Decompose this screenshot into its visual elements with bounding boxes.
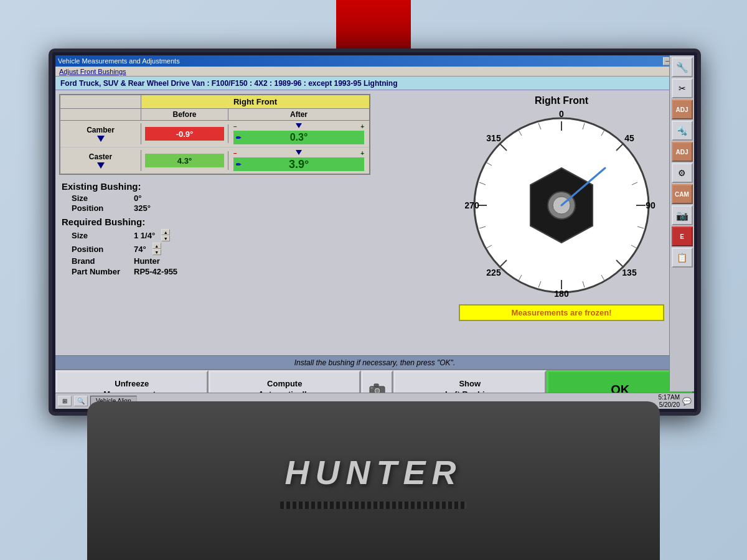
caster-row: Caster 4.3° − <box>60 147 369 174</box>
svg-text:135: 135 <box>622 268 637 278</box>
toolbar-btn-5[interactable]: ADJ <box>672 142 693 162</box>
toolbar-btn-10[interactable]: 📋 <box>672 248 693 268</box>
caster-minus-label: − <box>233 150 237 157</box>
start-button[interactable]: ⊞ <box>58 396 72 406</box>
caster-edit-icon: ✏ <box>236 161 241 168</box>
existing-size-row: Size 0° <box>62 194 423 203</box>
toolbar-btn-3[interactable]: ADJ <box>672 100 693 119</box>
dial-title: Right Front <box>535 95 588 106</box>
camber-label-cell: Camber <box>60 123 141 144</box>
required-size-key: Size <box>72 231 134 240</box>
toolbar-btn-8[interactable]: 📷 <box>672 205 693 225</box>
vehicle-info-bar: Ford Truck, SUV & Rear Wheel Drive Van :… <box>55 77 694 90</box>
taskbar-time-area: 5:17AM 5/20/20 <box>659 394 680 409</box>
toolbar-btn-4[interactable]: 🔩 <box>672 121 693 141</box>
svg-text:0: 0 <box>559 109 564 119</box>
camber-after-cell: − + ✏ 0.3° <box>228 121 369 147</box>
required-brand-val: Hunter <box>134 256 160 266</box>
before-col-label: Before <box>141 109 228 120</box>
camber-before-cell: -0.9° <box>141 124 228 143</box>
monitor-body: Vehicle Measurements and Adjustments ─ □… <box>49 49 701 416</box>
dial-svg: 0 45 90 135 180 225 270 315 <box>465 109 658 302</box>
required-bushing-title: Required Bushing: <box>62 217 423 227</box>
svg-text:315: 315 <box>486 133 501 143</box>
monitor-screen: Vehicle Measurements and Adjustments ─ □… <box>55 55 694 409</box>
required-size-val: 1 1/4° <box>134 231 155 240</box>
main-content: Right Front Before After <box>55 90 694 355</box>
caster-before-bar: 4.3° <box>145 154 224 167</box>
taskbar-time: 5:17AM <box>659 394 680 401</box>
existing-position-key: Position <box>72 203 134 213</box>
window-title: Vehicle Measurements and Adjustments <box>58 57 180 65</box>
position-up-button[interactable]: ▲ <box>153 243 161 249</box>
size-spinners: ▲ ▼ <box>161 229 170 241</box>
position-down-button[interactable]: ▼ <box>153 249 161 255</box>
vehicle-info: Ford Truck, SUV & Rear Wheel Drive Van :… <box>60 79 398 88</box>
menu-item-adjust[interactable]: Adjust Front Bushings <box>59 68 126 75</box>
required-part-key: Part Number <box>72 267 134 276</box>
svg-text:45: 45 <box>624 133 634 143</box>
svg-text:225: 225 <box>486 268 501 278</box>
existing-size-val: 0° <box>134 194 141 203</box>
after-col-label: After <box>228 109 369 120</box>
required-brand-key: Brand <box>72 256 134 266</box>
svg-rect-40 <box>370 387 373 389</box>
caster-before-cell: 4.3° <box>141 151 228 170</box>
required-position-key: Position <box>72 245 134 254</box>
required-position-val: 74° <box>134 245 146 254</box>
taskbar-date: 5/20/20 <box>659 401 680 409</box>
caster-after-cell: − + ✏ 3.9° <box>228 147 369 174</box>
camber-row: Camber -0.9° − <box>60 121 369 147</box>
required-brand-row: Brand Hunter <box>62 256 423 266</box>
left-panel: Right Front Before After <box>55 90 429 355</box>
caster-label-cell: Caster <box>60 150 141 171</box>
camber-before-bar: -0.9° <box>145 127 224 141</box>
required-position-row: Position 74° ▲ ▼ <box>62 243 423 255</box>
required-part-row: Part Number RP5-42-955 <box>62 267 423 276</box>
col-labels-row: Before After <box>60 109 369 121</box>
size-down-button[interactable]: ▼ <box>161 235 170 241</box>
camber-plus-label: + <box>360 123 364 130</box>
right-panel: Right Front <box>429 90 694 355</box>
caster-after-bar: ✏ 3.9° <box>233 157 364 171</box>
required-part-val: RP5-42-955 <box>134 267 177 276</box>
svg-text:180: 180 <box>554 289 569 299</box>
existing-bushing-title: Existing Bushing: <box>62 181 423 192</box>
base-vents <box>280 502 467 509</box>
dial-container: 0 45 90 135 180 225 270 315 <box>465 109 658 302</box>
camber-edit-icon: ✏ <box>236 134 241 141</box>
blank-header <box>60 95 141 108</box>
svg-text:90: 90 <box>646 200 655 210</box>
caster-arrow-down <box>296 150 302 155</box>
measurements-header-row: Right Front <box>60 95 369 109</box>
hunter-logo: HUNTER <box>285 453 463 492</box>
menu-bar: Adjust Front Bushings <box>55 67 694 77</box>
frozen-warning: Measurements are frozen! <box>459 304 664 321</box>
camber-arrow-down <box>296 123 302 128</box>
required-size-row: Size 1 1/4° ▲ ▼ <box>62 229 423 241</box>
svg-text:270: 270 <box>465 200 479 210</box>
existing-position-val: 325° <box>134 203 151 213</box>
instruction-bar: Install the bushing if necessary, then p… <box>55 355 694 369</box>
info-section: Existing Bushing: Size 0° Position 325° … <box>59 180 425 279</box>
size-up-button[interactable]: ▲ <box>161 229 170 235</box>
measurements-table: Right Front Before After <box>59 94 370 175</box>
svg-rect-39 <box>374 384 378 386</box>
camber-after-bar: ✏ 0.3° <box>233 131 364 144</box>
toolbar-btn-1[interactable]: 🔧 <box>672 57 693 77</box>
camber-minus-label: − <box>233 123 237 130</box>
existing-size-key: Size <box>72 194 134 203</box>
right-toolbar: 🔧 ✂ ADJ 🔩 ADJ ⚙ CAM 📷 E 📋 <box>669 55 694 391</box>
notification-button[interactable]: 💬 <box>682 397 692 406</box>
toolbar-btn-6[interactable]: ⚙ <box>672 163 693 183</box>
title-bar: Vehicle Measurements and Adjustments ─ □… <box>55 55 694 67</box>
caster-plus-label: + <box>360 150 364 157</box>
right-front-header: Right Front <box>141 95 369 108</box>
position-spinners: ▲ ▼ <box>153 243 161 255</box>
toolbar-btn-7[interactable]: CAM <box>672 184 693 204</box>
toolbar-btn-9[interactable]: E <box>672 226 693 246</box>
search-button[interactable]: 🔍 <box>74 396 88 406</box>
toolbar-btn-2[interactable]: ✂ <box>672 78 693 98</box>
existing-position-row: Position 325° <box>62 203 423 213</box>
monitor-base: HUNTER <box>87 401 660 560</box>
